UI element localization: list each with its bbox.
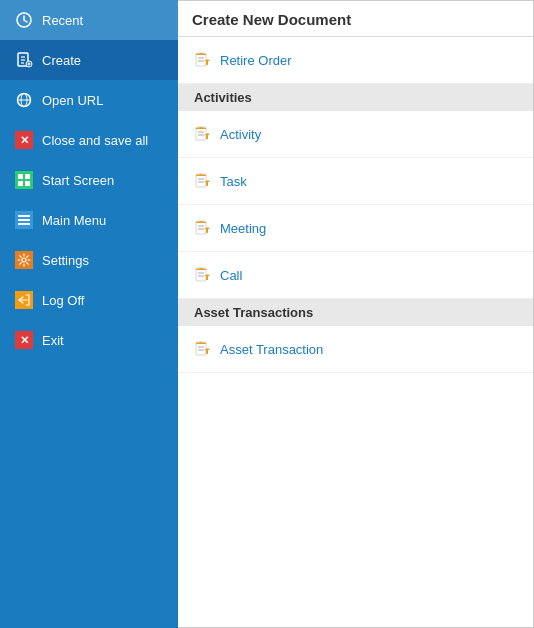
- meeting-label: Meeting: [220, 221, 266, 236]
- asset-transaction-label: Asset Transaction: [220, 342, 323, 357]
- task-label: Task: [220, 174, 247, 189]
- sidebar-item-close-save-label: Close and save all: [42, 133, 148, 148]
- list-item-activity[interactable]: Activity: [178, 111, 533, 158]
- sidebar-item-open-url-label: Open URL: [42, 93, 103, 108]
- close-save-icon: ✕: [14, 130, 34, 150]
- svg-rect-17: [18, 223, 30, 225]
- create-icon: [14, 50, 34, 70]
- sidebar-item-start-screen-label: Start Screen: [42, 173, 114, 188]
- activity-label: Activity: [220, 127, 261, 142]
- retire-order-icon: [194, 51, 212, 69]
- svg-rect-15: [18, 215, 30, 217]
- sidebar-item-exit-label: Exit: [42, 333, 64, 348]
- retire-order-label: Retire Order: [220, 53, 292, 68]
- meeting-icon: [194, 219, 212, 237]
- content-area: Retire Order Activities Activity: [178, 37, 533, 627]
- sidebar-item-settings[interactable]: Settings: [0, 240, 178, 280]
- sidebar-item-main-menu[interactable]: Main Menu: [0, 200, 178, 240]
- activity-icon: [194, 125, 212, 143]
- call-icon: [194, 266, 212, 284]
- page-title: Create New Document: [192, 11, 351, 28]
- svg-rect-14: [25, 181, 30, 186]
- task-icon: [194, 172, 212, 190]
- recent-icon: [14, 10, 34, 30]
- list-item-task[interactable]: Task: [178, 158, 533, 205]
- log-off-icon: [14, 290, 34, 310]
- sidebar: Recent Create Open URL: [0, 0, 178, 628]
- sidebar-item-exit[interactable]: ✕ Exit: [0, 320, 178, 360]
- asset-transaction-icon: [194, 340, 212, 358]
- list-item-meeting[interactable]: Meeting: [178, 205, 533, 252]
- sidebar-item-create-label: Create: [42, 53, 81, 68]
- main-menu-icon: [14, 210, 34, 230]
- sidebar-item-settings-label: Settings: [42, 253, 89, 268]
- list-item-retire-order[interactable]: Retire Order: [178, 37, 533, 84]
- main-header: Create New Document: [178, 1, 533, 37]
- main-content: Create New Document Retire Order Activit…: [178, 0, 534, 628]
- open-url-icon: [14, 90, 34, 110]
- list-item-asset-transaction[interactable]: Asset Transaction: [178, 326, 533, 373]
- exit-icon: ✕: [14, 330, 34, 350]
- sidebar-item-open-url[interactable]: Open URL: [0, 80, 178, 120]
- sidebar-item-recent-label: Recent: [42, 13, 83, 28]
- section-header-asset-transactions: Asset Transactions: [178, 299, 533, 326]
- svg-rect-12: [25, 174, 30, 179]
- list-item-call[interactable]: Call: [178, 252, 533, 299]
- svg-rect-11: [18, 174, 23, 179]
- svg-rect-16: [18, 219, 30, 221]
- settings-icon: [14, 250, 34, 270]
- call-label: Call: [220, 268, 242, 283]
- svg-point-18: [22, 258, 26, 262]
- sidebar-item-create[interactable]: Create: [0, 40, 178, 80]
- section-header-activities: Activities: [178, 84, 533, 111]
- sidebar-item-recent[interactable]: Recent: [0, 0, 178, 40]
- sidebar-item-start-screen[interactable]: Start Screen: [0, 160, 178, 200]
- sidebar-item-log-off-label: Log Off: [42, 293, 84, 308]
- start-screen-icon: [14, 170, 34, 190]
- sidebar-item-main-menu-label: Main Menu: [42, 213, 106, 228]
- sidebar-item-close-save[interactable]: ✕ Close and save all: [0, 120, 178, 160]
- svg-rect-13: [18, 181, 23, 186]
- sidebar-item-log-off[interactable]: Log Off: [0, 280, 178, 320]
